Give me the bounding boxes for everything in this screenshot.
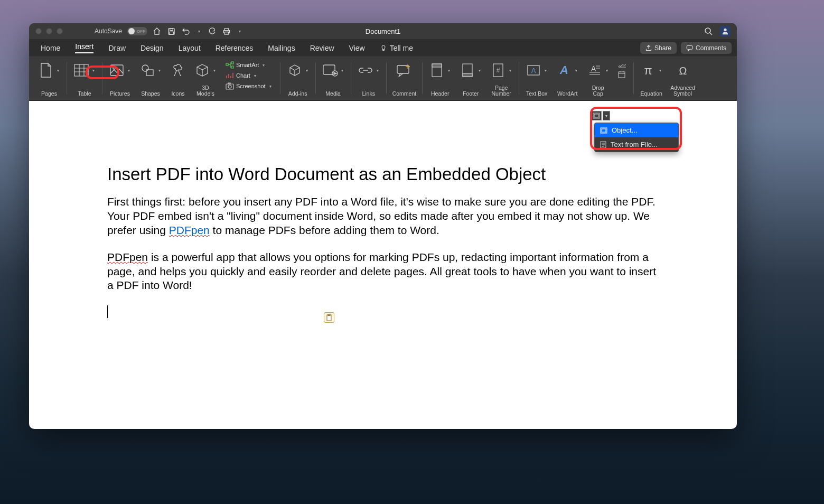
tab-home[interactable]: Home [33,40,68,56]
autosave-label: AutoSave [95,27,122,35]
screenshot-button[interactable]: Screenshot ▾ [223,81,275,91]
tell-me-search[interactable]: Tell me [372,40,420,56]
chevron-down-icon[interactable]: ▾ [261,63,266,68]
home-icon[interactable] [153,27,161,35]
svg-rect-33 [619,72,625,78]
chevron-down-icon[interactable]: ▾ [55,68,61,73]
chevron-down-icon[interactable]: ▾ [268,84,273,89]
tab-layout[interactable]: Layout [171,40,208,56]
chevron-down-icon[interactable]: ▾ [157,68,162,73]
chevron-down-icon[interactable]: ▾ [508,68,513,73]
autosave-toggle[interactable]: OFF [127,27,147,35]
doc-paragraph: PDFpen is a powerful app that allows you… [107,250,659,293]
equation-icon: π [640,60,657,80]
media-button[interactable]: ▾ Media [319,60,348,97]
close-button[interactable] [35,28,42,34]
svg-rect-42 [328,314,330,316]
pages-button[interactable]: ▾ Pages [34,60,64,97]
footer-button[interactable]: ▾ Footer [456,60,485,97]
svg-rect-14 [226,63,228,66]
comments-button[interactable]: Comments [681,42,732,54]
smartart-button[interactable]: SmartArt ▾ [223,60,275,70]
svg-rect-39 [602,129,606,132]
svg-point-7 [724,29,726,31]
svg-rect-19 [228,83,230,84]
svg-rect-8 [687,45,692,49]
tab-insert[interactable]: Insert [68,39,101,57]
chart-icon [226,72,234,79]
chart-button[interactable]: Chart ▾ [223,71,275,80]
chevron-down-icon[interactable]: ▾ [446,68,452,73]
menu-item-text-from-file[interactable]: Text from File... [595,137,678,152]
tab-design[interactable]: Design [133,40,171,56]
text-box-button[interactable]: A▾ Text Box [522,60,551,97]
undo-icon[interactable] [182,27,190,35]
page-number-icon: # [490,60,507,80]
paste-options-button[interactable] [324,312,334,323]
wordart-button[interactable]: A▾ WordArt [553,60,582,97]
maximize-button[interactable] [57,28,63,34]
tab-view[interactable]: View [342,40,372,56]
minimize-button[interactable] [46,28,52,34]
chevron-down-icon[interactable]: ▾ [603,111,610,120]
text-cursor [107,305,108,318]
qat-dropdown[interactable]: ▾ [237,29,242,34]
chevron-down-icon[interactable]: ▾ [252,73,258,78]
tab-review[interactable]: Review [303,40,342,56]
tab-draw[interactable]: Draw [101,40,133,56]
share-button[interactable]: Share [640,42,677,54]
print-icon[interactable] [222,27,231,35]
camera-icon [226,82,234,90]
chevron-down-icon[interactable]: ▾ [543,68,548,73]
chevron-down-icon[interactable]: ▾ [574,68,579,73]
chevron-down-icon[interactable]: ▾ [304,68,310,73]
link-pdfpen[interactable]: PDFpen [169,224,210,236]
chevron-down-icon[interactable]: ▾ [340,68,345,73]
svg-text:π: π [644,64,652,77]
svg-rect-9 [74,64,88,76]
symbol-button[interactable]: Ω Advanced Symbol [667,60,698,97]
links-button[interactable]: ▾ Links [354,60,383,97]
redo-icon[interactable] [208,27,216,35]
chevron-down-icon[interactable]: ▾ [658,68,663,73]
object-popup-menu: Object... Text from File... [594,123,679,152]
icons-button[interactable]: Icons [166,60,190,97]
account-icon[interactable] [720,26,731,36]
tab-mailings[interactable]: Mailings [260,40,302,56]
doc-body[interactable]: First things first: before you insert an… [107,195,659,320]
chevron-down-icon[interactable]: ▾ [91,68,96,73]
svg-rect-10 [110,65,123,76]
shapes-button[interactable]: ▾ Shapes [136,60,165,97]
addins-icon [286,60,303,80]
tab-references[interactable]: References [208,40,261,56]
search-icon[interactable] [704,27,713,35]
comment-button[interactable]: Comment [389,60,420,97]
table-button[interactable]: ▾ Table [70,60,99,97]
window-controls [35,28,63,34]
equation-button[interactable]: π▾ Equation [636,60,666,97]
object-dropdown-button[interactable]: ▾ [591,111,610,120]
table-icon [73,60,90,80]
undo-dropdown[interactable]: ▾ [196,29,202,34]
menu-item-object[interactable]: Object... [595,123,678,137]
drop-cap-button[interactable]: A▾ Drop Cap [583,60,613,97]
chevron-down-icon[interactable]: ▾ [375,68,380,73]
chevron-down-icon[interactable]: ▾ [212,68,217,73]
symbol-icon: Ω [675,60,691,80]
addins-button[interactable]: ▾ Add-ins [283,60,313,97]
save-icon[interactable] [167,27,175,35]
header-button[interactable]: ▾ Header [425,60,455,97]
word-window: AutoSave OFF ▾ ▾ Document1 Home Insert D… [29,23,737,429]
chevron-down-icon[interactable]: ▾ [477,68,482,73]
svg-point-6 [705,28,710,33]
3d-models-button[interactable]: ▾ 3D Models [191,60,220,97]
ribbon-tabs: Home Insert Draw Design Layout Reference… [29,39,737,57]
page-icon [38,60,54,80]
signature-line-button[interactable] [616,60,629,69]
date-time-button[interactable] [616,70,629,79]
chevron-down-icon[interactable]: ▾ [126,68,132,73]
page-number-button[interactable]: #▾ Page Number [486,60,516,97]
chevron-down-icon[interactable]: ▾ [604,68,610,73]
pictures-button[interactable]: ▾ Pictures [105,60,135,97]
clipboard-icon [326,314,332,321]
